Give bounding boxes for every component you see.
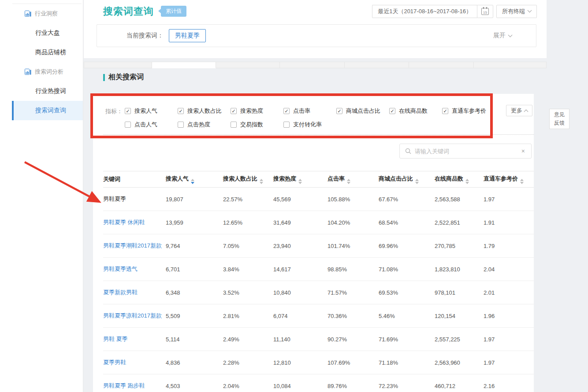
terminal-select-value: 所有终端	[502, 7, 525, 15]
value-cell: 14,617	[273, 258, 327, 281]
report-icon	[25, 69, 31, 75]
date-range-button[interactable]: 最近1天（2017-08-16~2017-08-16）	[372, 5, 477, 18]
keyword-link[interactable]: 男鞋夏季潮鞋2017新款	[103, 242, 162, 249]
sidebar-group-label: 行业洞察	[35, 10, 58, 18]
value-cell: 5,114	[166, 328, 223, 351]
results-panel: 指标： 搜索人气 搜索人数占比 搜索热度 点击率 商城点击占比 在线商品数 直通…	[93, 94, 534, 392]
sort-icon[interactable]	[465, 179, 469, 184]
col-header-online-products[interactable]: 在线商品数	[435, 171, 484, 188]
tab-5[interactable]	[345, 62, 409, 68]
value-cell: 31,649	[273, 211, 327, 234]
sort-icon[interactable]	[298, 179, 302, 184]
sidebar-group-label: 搜索词分析	[35, 68, 63, 76]
value-cell: 7.05%	[223, 234, 273, 258]
chevron-up-icon	[524, 109, 528, 114]
col-header-ztc-price[interactable]: 直通车参考价	[484, 171, 534, 188]
col-header-search-heat[interactable]: 搜索热度	[273, 171, 327, 188]
sidebar-item-search-term-query[interactable]: 搜索词查询	[0, 101, 83, 120]
metric-checkbox-search-popularity[interactable]: 搜索人气	[125, 107, 178, 115]
metric-checkbox-ctr[interactable]: 点击率	[283, 107, 336, 115]
metric-checkbox-pay-conversion[interactable]: 支付转化率	[283, 121, 336, 129]
keyword-link[interactable]: 夏季新款男鞋	[103, 289, 138, 296]
sort-icon[interactable]	[520, 179, 524, 184]
col-header-searcher-ratio[interactable]: 搜索人数占比	[223, 171, 273, 188]
main-content: 搜索词查询 累计值 最近1天（2017-08-16~2017-08-16） 15…	[84, 0, 547, 392]
sidebar-item-industry-hot-words[interactable]: 行业热搜词	[0, 81, 83, 101]
value-cell: 4,836	[166, 351, 223, 374]
value-cell: 105.88%	[327, 188, 379, 211]
tab-7[interactable]	[474, 62, 547, 68]
value-cell: 2,563,960	[435, 351, 484, 374]
metric-checkbox-search-heat[interactable]: 搜索热度	[231, 107, 283, 115]
value-cell: 460,712	[435, 374, 484, 392]
value-cell: 12,810	[273, 351, 327, 374]
metrics-filter: 指标： 搜索人气 搜索人数占比 搜索热度 点击率 商城点击占比 在线商品数 直通…	[105, 107, 495, 129]
sidebar-item-product-shop-rank[interactable]: 商品店铺榜	[0, 43, 83, 62]
value-cell: 71.69%	[379, 328, 435, 351]
value-cell: 13,959	[166, 211, 223, 234]
tab-2-active[interactable]	[152, 62, 216, 68]
value-cell: 2.16	[484, 374, 534, 392]
keyword-cell: 男鞋夏季 跑步鞋	[103, 374, 166, 392]
expand-toggle[interactable]: 展开	[493, 32, 512, 40]
metric-checkbox-click-popularity[interactable]: 点击人气	[125, 121, 178, 129]
sort-icon[interactable]	[415, 179, 419, 184]
value-cell: 72.23%	[379, 374, 435, 392]
table-row: 夏季男鞋 4,8362.28%12,810107.69%71.18%2,563,…	[103, 351, 534, 374]
metric-checkbox-online-products[interactable]: 在线商品数	[389, 107, 442, 115]
table-row: 男鞋夏季 跑步鞋 4,5032.04%10,08489.76%72.23%460…	[103, 374, 534, 392]
terminal-select[interactable]: 所有终端	[496, 5, 537, 18]
table-row: 男鞋夏季凉鞋2017新款 5,5092.81%6,07470.36%5.46%1…	[103, 304, 534, 328]
keyword-search-input[interactable]	[415, 148, 521, 155]
sort-icon[interactable]	[260, 179, 263, 184]
calendar-button[interactable]: 15	[477, 5, 493, 18]
sort-icon[interactable]	[191, 179, 194, 184]
keyword-link[interactable]: 男鞋夏季 跑步鞋	[103, 382, 145, 389]
sidebar-item-industry-overview[interactable]: 行业大盘	[0, 23, 83, 43]
page-header: 搜索词查询 累计值 最近1天（2017-08-16~2017-08-16） 15…	[84, 0, 547, 58]
value-cell: 68.54%	[379, 211, 435, 234]
metric-checkbox-mall-click-ratio[interactable]: 商城点击占比	[336, 107, 389, 115]
value-cell: 3.84%	[223, 258, 273, 281]
sidebar-group-industry-insight[interactable]: 行业洞察	[0, 4, 83, 23]
tab-1[interactable]	[84, 62, 152, 68]
value-cell: 70.36%	[327, 304, 379, 328]
feedback-button[interactable]: 意见 反馈	[549, 109, 569, 129]
metric-checkbox-click-heat[interactable]: 点击热度	[178, 121, 231, 129]
current-search-card: 当前搜索词： 男鞋夏季 展开	[97, 24, 536, 47]
value-cell: 107.69%	[327, 351, 379, 374]
more-button[interactable]: 更多	[506, 105, 532, 116]
keyword-link[interactable]: 男鞋 夏季	[103, 336, 128, 342]
clear-icon[interactable]: ×	[521, 148, 526, 155]
report-icon	[25, 11, 31, 17]
metric-checkbox-searcher-ratio[interactable]: 搜索人数占比	[178, 107, 231, 115]
sort-icon[interactable]	[347, 179, 350, 184]
keyword-link[interactable]: 男鞋夏季凉鞋2017新款	[103, 312, 162, 319]
col-header-keyword[interactable]: 关键词	[103, 171, 166, 188]
checkbox-icon	[178, 108, 184, 114]
col-header-ctr[interactable]: 点击率	[327, 171, 379, 188]
related-keywords-table: 关键词 搜索人气 搜索人数占比 搜索热度 点击率 商城点击占比 在线商品数 直通…	[103, 171, 534, 392]
col-header-search-popularity[interactable]: 搜索人气	[166, 171, 223, 188]
keyword-link[interactable]: 男鞋夏季 休闲鞋	[103, 219, 145, 226]
value-cell: 69.53%	[379, 281, 435, 304]
keyword-link[interactable]: 夏季男鞋	[103, 359, 126, 366]
value-cell: 98.85%	[327, 258, 379, 281]
table-row: 男鞋夏季 休闲鞋 13,95912.65%31,649104.20%68.54%…	[103, 211, 534, 234]
metric-checkbox-trade-index[interactable]: 交易指数	[231, 121, 283, 129]
value-cell: 71.18%	[379, 351, 435, 374]
sidebar-group-search-term-analysis[interactable]: 搜索词分析	[0, 62, 83, 81]
calendar-icon: 15	[481, 8, 489, 15]
value-cell: 270,785	[435, 234, 484, 258]
value-cell: 23,940	[273, 234, 327, 258]
related-search-section: 相关搜索词 指标： 搜索人气 搜索人数占比 搜索热度 点击率 商城点击占比 在线…	[84, 68, 547, 392]
tab-3[interactable]	[216, 62, 280, 68]
tab-6[interactable]	[409, 62, 474, 68]
current-term-chip[interactable]: 男鞋夏季	[169, 29, 206, 42]
metric-checkbox-ztc-price[interactable]: 直通车参考价	[442, 107, 495, 115]
col-header-mall-click-ratio[interactable]: 商城点击占比	[379, 171, 435, 188]
value-cell: 5.46%	[379, 304, 435, 328]
value-cell: 1.91	[484, 211, 534, 234]
tab-4[interactable]	[280, 62, 345, 68]
keyword-link[interactable]: 男鞋夏季透气	[103, 266, 138, 272]
